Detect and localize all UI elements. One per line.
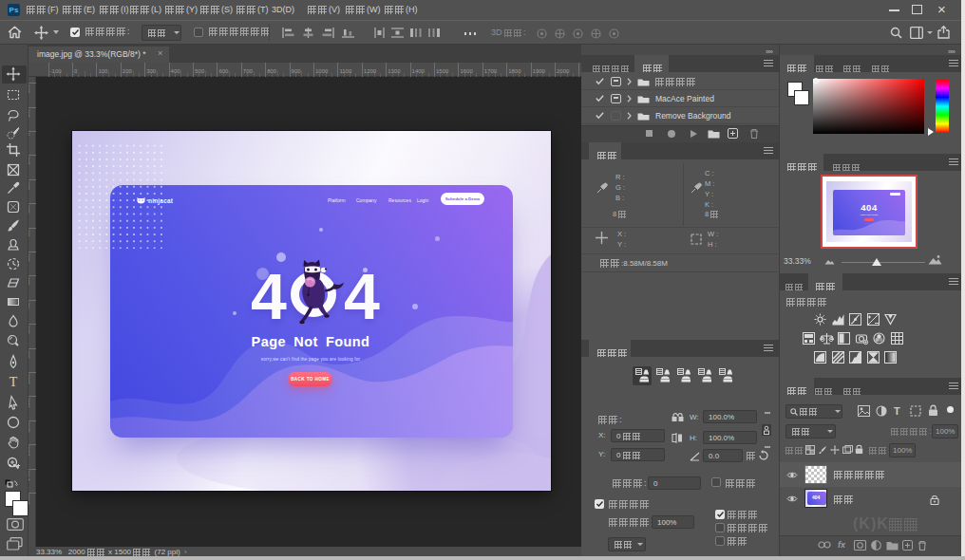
svg-text:T: T [9,375,18,389]
